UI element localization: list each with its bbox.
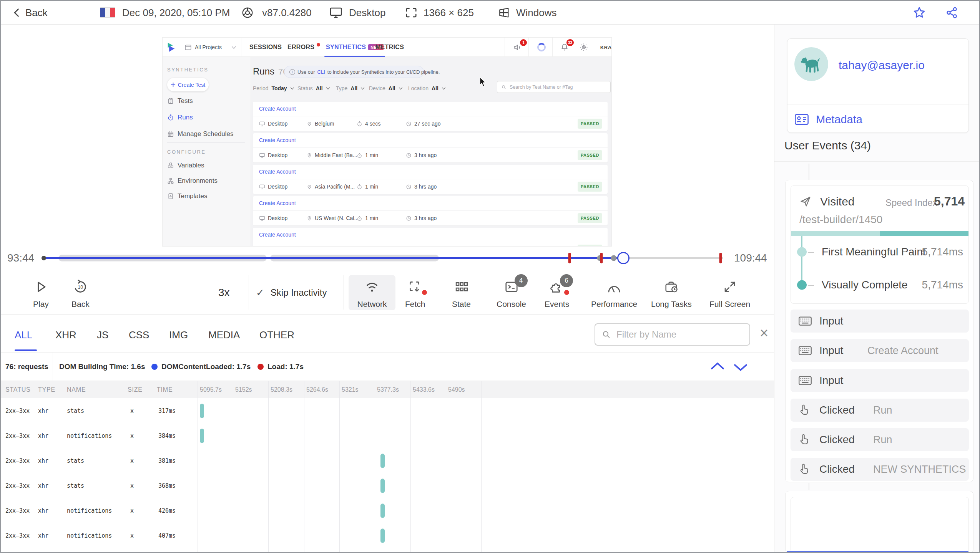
play-button[interactable]: Play — [28, 275, 53, 310]
panel-toggle-network[interactable]: Network — [349, 275, 395, 310]
event-item-input[interactable]: Input Create Account — [791, 339, 969, 362]
run-card[interactable]: Create Account Desktop Middle East (Ba..… — [253, 133, 608, 162]
runs-icon — [167, 114, 174, 121]
jump-prev-button[interactable] — [710, 361, 725, 371]
back-button[interactable]: Back — [25, 7, 48, 18]
run-card[interactable]: Create Account Desktop US West (N. Cal..… — [253, 196, 608, 225]
notifications-button[interactable]: 33 — [554, 38, 575, 57]
sidebar-item-tests[interactable]: Tests — [167, 97, 193, 105]
favorite-star-icon[interactable] — [912, 6, 926, 20]
network-tab-js[interactable]: JS — [97, 326, 108, 343]
divider — [787, 104, 968, 104]
request-row[interactable]: 2xx–3xx xhr stats x 368ms — [1, 473, 774, 498]
settings-button[interactable] — [575, 38, 592, 57]
filter-location[interactable]: LocationAll — [408, 83, 446, 94]
announcements-button[interactable]: 1 — [507, 38, 528, 57]
run-title-link[interactable]: Create Account — [259, 106, 296, 112]
network-tab-css[interactable]: CSS — [129, 326, 149, 343]
filter-device[interactable]: DeviceAll — [369, 83, 403, 94]
network-tab-all[interactable]: ALL — [15, 326, 32, 343]
filter-status[interactable]: StatusAll — [297, 83, 330, 94]
app-tab-sessions[interactable]: SESSIONS — [249, 38, 282, 57]
console-count-badge: 4 — [515, 274, 528, 287]
gear-icon — [579, 43, 588, 52]
network-tab-img[interactable]: IMG — [169, 326, 188, 343]
run-card[interactable]: Create Account Desktop Belgium 4 secs 27… — [253, 102, 608, 131]
project-selector-value: All Projects — [195, 44, 222, 50]
run-title-link[interactable]: Create Account — [259, 232, 296, 238]
filter-by-name-input[interactable] — [595, 323, 750, 346]
event-item-click[interactable]: Clicked Run — [791, 399, 969, 422]
timeline-scrubber[interactable] — [617, 252, 630, 264]
panel-toggle-fetch[interactable]: Fetch — [400, 275, 430, 310]
run-card[interactable]: Create Account Desktop Asia Pacific (M..… — [253, 165, 608, 194]
time-col: 5490s — [448, 386, 465, 393]
sidebar-item-variables[interactable]: Variables — [167, 162, 204, 169]
search-icon — [601, 329, 611, 340]
run-card[interactable]: Create Account Desktop PASSED — [253, 228, 608, 247]
fullscreen-button[interactable]: Full Screen — [705, 275, 755, 310]
panel-toggle-state[interactable]: State — [447, 275, 475, 310]
request-row[interactable]: 2xx–3xx xhr notifications x 384ms — [1, 423, 774, 448]
sidebar-item-runs[interactable]: Runs — [167, 114, 193, 121]
close-panel-icon[interactable]: × — [760, 326, 768, 340]
pointer-icon — [798, 463, 810, 475]
network-tab-xhr[interactable]: XHR — [55, 326, 76, 343]
cli-link[interactable]: CLI — [317, 69, 325, 75]
metadata-button[interactable]: Metadata — [794, 111, 862, 128]
requests-count: 76: requests — [5, 363, 48, 371]
user-menu[interactable]: KRAIEM — [596, 38, 612, 57]
run-title-link[interactable]: Create Account — [259, 137, 296, 143]
issue-marker[interactable] — [600, 253, 603, 263]
test-search-input[interactable]: Search by Test Name or #Tag — [497, 81, 611, 93]
jump-next-button[interactable] — [733, 363, 748, 373]
next-visited-card[interactable] — [791, 497, 969, 553]
sidebar-item-environments[interactable]: Environments — [167, 177, 218, 185]
session-info-sidebar: tahay@asayer.io Metadata User Events (34… — [774, 25, 980, 553]
issue-marker[interactable] — [719, 253, 722, 263]
sidebar-item-manage-schedules[interactable]: Manage Schedules — [167, 130, 234, 138]
chevron-down-icon — [360, 87, 365, 90]
user-email[interactable]: tahay@asayer.io — [839, 59, 925, 72]
player-controls: Play 10 Back 3x ✓ Skip Inactivity Networ… — [1, 270, 774, 315]
request-row[interactable]: 2xx–3xx xhr notifications x 407ms — [1, 523, 774, 548]
event-item-input[interactable]: Input — [791, 310, 969, 333]
app-tab-synthetics[interactable]: SYNTHETICS NEW — [326, 38, 384, 57]
event-item-click[interactable]: Clicked NEW SYNTHETICS — [791, 458, 969, 481]
share-icon[interactable] — [945, 6, 958, 19]
filter-period[interactable]: PeriodToday — [253, 83, 294, 94]
app-main-content: Runs76 i Use our CLI to include your Syn… — [251, 57, 611, 246]
filter-input[interactable] — [616, 329, 743, 340]
panel-toggle-events[interactable]: 6 Events — [540, 275, 574, 310]
create-test-button[interactable]: Create Test — [167, 78, 209, 91]
panel-toggle-long-tasks[interactable]: Long Tasks — [646, 275, 696, 310]
event-item-click[interactable]: Clicked Run — [791, 428, 969, 451]
location-icon — [307, 121, 312, 127]
filter-type[interactable]: TypeAll — [336, 83, 365, 94]
request-row[interactable]: 2xx–3xx xhr notifications x 426ms — [1, 498, 774, 523]
app-tab-metrics[interactable]: METRICS — [375, 38, 404, 57]
skip-inactivity-toggle[interactable]: ✓ Skip Inactivity — [256, 275, 327, 310]
back-10s-button[interactable]: 10 Back — [67, 275, 94, 310]
sidebar-item-templates[interactable]: Templates — [167, 192, 207, 200]
run-title-link[interactable]: Create Account — [259, 169, 296, 175]
event-dot[interactable] — [611, 255, 616, 261]
request-row[interactable]: 2xx–3xx xhr stats x 317ms — [1, 398, 774, 423]
network-tab-media[interactable]: MEDIA — [208, 326, 240, 343]
timeline-track[interactable] — [43, 247, 723, 270]
dom-building-time: DOM Building Time: 1.6s — [59, 363, 145, 371]
location-icon — [307, 184, 312, 190]
duration-icon — [357, 184, 362, 190]
panel-toggle-performance[interactable]: Performance — [586, 275, 642, 310]
network-tab-other[interactable]: OTHER — [259, 326, 294, 343]
run-title-link[interactable]: Create Account — [259, 200, 296, 206]
back-chevron-icon[interactable] — [12, 7, 22, 18]
project-selector[interactable]: All Projects — [180, 38, 241, 57]
visited-card[interactable]: Visited Speed Index 5,714 /test-builder/… — [791, 185, 969, 304]
panel-toggle-console[interactable]: 4 Console — [492, 275, 531, 310]
app-tab-errors[interactable]: ERRORS — [287, 38, 320, 57]
issue-marker[interactable] — [568, 253, 571, 263]
playback-speed-button[interactable]: 3x — [218, 275, 230, 310]
event-item-input[interactable]: Input — [791, 369, 969, 392]
request-row[interactable]: 2xx–3xx xhr stats x 381ms — [1, 448, 774, 473]
